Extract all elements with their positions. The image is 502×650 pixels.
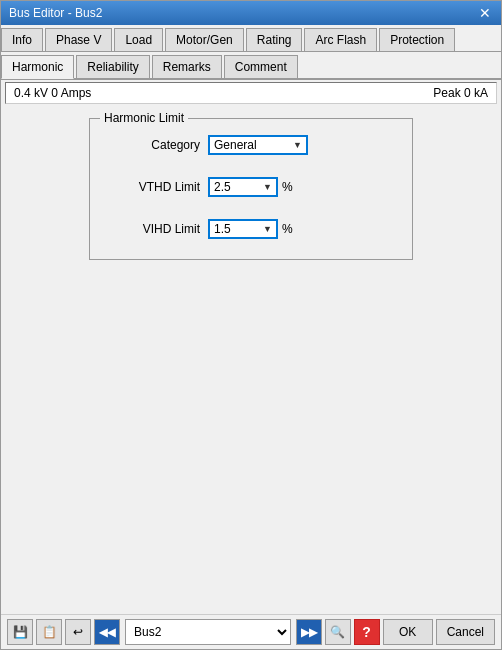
vthd-label: VTHD Limit (110, 180, 200, 194)
tab-phase-v[interactable]: Phase V (45, 28, 112, 51)
category-label: Category (110, 138, 200, 152)
tab-motor-gen[interactable]: Motor/Gen (165, 28, 244, 51)
cancel-button[interactable]: Cancel (436, 619, 495, 645)
copy-icon-button[interactable]: 📋 (36, 619, 62, 645)
category-value: General (214, 138, 287, 152)
search-icon-button[interactable]: 🔍 (325, 619, 351, 645)
tab-info[interactable]: Info (1, 28, 43, 51)
vthd-dropdown[interactable]: 2.5 ▼ (208, 177, 278, 197)
vthd-row: VTHD Limit 2.5 ▼ % (110, 177, 392, 197)
bus-name-combo[interactable]: Bus2 (125, 619, 291, 645)
vthd-value: 2.5 (214, 180, 257, 194)
category-dropdown[interactable]: General ▼ (208, 135, 308, 155)
category-row: Category General ▼ (110, 135, 392, 155)
vihd-value: 1.5 (214, 222, 257, 236)
tabs-row2: Harmonic Reliability Remarks Comment (1, 52, 501, 80)
tab-protection[interactable]: Protection (379, 28, 455, 51)
group-title: Harmonic Limit (100, 111, 188, 125)
nav-forward-button[interactable]: ▶▶ (296, 619, 322, 645)
harmonic-limit-group: Harmonic Limit Category General ▼ VTHD L… (89, 118, 413, 260)
vihd-dropdown[interactable]: 1.5 ▼ (208, 219, 278, 239)
nav-back-icon: ◀◀ (99, 626, 115, 639)
undo-icon: ↩ (73, 625, 83, 639)
nav-forward-icon: ▶▶ (301, 626, 317, 639)
save-icon-button[interactable]: 💾 (7, 619, 33, 645)
search-icon: 🔍 (330, 625, 345, 639)
main-window: Bus Editor - Bus2 ✕ Info Phase V Load Mo… (0, 0, 502, 650)
status-right: Peak 0 kA (433, 86, 488, 100)
copy-icon: 📋 (42, 625, 57, 639)
tab-rating[interactable]: Rating (246, 28, 303, 51)
help-icon-button[interactable]: ? (354, 619, 380, 645)
tab-harmonic[interactable]: Harmonic (1, 55, 74, 79)
category-arrow-icon: ▼ (293, 140, 302, 150)
title-bar: Bus Editor - Bus2 ✕ (1, 1, 501, 25)
status-left: 0.4 kV 0 Amps (14, 86, 91, 100)
help-icon: ? (362, 624, 371, 640)
tab-reliability[interactable]: Reliability (76, 55, 149, 78)
footer-bar: 💾 📋 ↩ ◀◀ Bus2 ▶▶ 🔍 ? OK Cancel (1, 614, 501, 649)
vthd-unit: % (282, 180, 293, 194)
status-bar: 0.4 kV 0 Amps Peak 0 kA (5, 82, 497, 104)
tab-remarks[interactable]: Remarks (152, 55, 222, 78)
save-icon: 💾 (13, 625, 28, 639)
vihd-arrow-icon: ▼ (263, 224, 272, 234)
tab-comment[interactable]: Comment (224, 55, 298, 78)
close-button[interactable]: ✕ (477, 6, 493, 20)
vihd-row: VIHD Limit 1.5 ▼ % (110, 219, 392, 239)
vihd-unit: % (282, 222, 293, 236)
tab-load[interactable]: Load (114, 28, 163, 51)
vihd-label: VIHD Limit (110, 222, 200, 236)
ok-button[interactable]: OK (383, 619, 433, 645)
tab-arc-flash[interactable]: Arc Flash (304, 28, 377, 51)
vthd-arrow-icon: ▼ (263, 182, 272, 192)
content-area: Harmonic Limit Category General ▼ VTHD L… (1, 106, 501, 614)
tabs-row1: Info Phase V Load Motor/Gen Rating Arc F… (1, 25, 501, 52)
undo-icon-button[interactable]: ↩ (65, 619, 91, 645)
nav-back-button[interactable]: ◀◀ (94, 619, 120, 645)
window-title: Bus Editor - Bus2 (9, 6, 102, 20)
